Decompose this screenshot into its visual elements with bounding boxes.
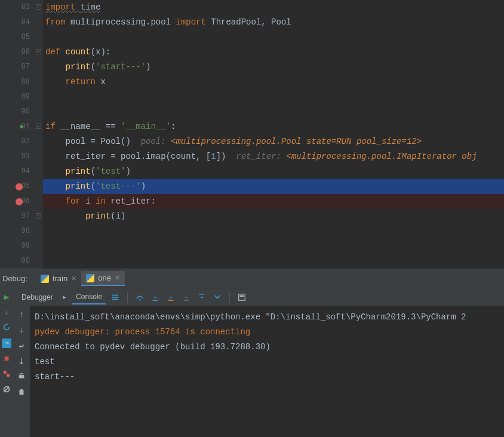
fold-column: −−−− (35, 0, 43, 269)
code-line[interactable]: def count(x): (43, 45, 504, 60)
code-line[interactable]: if __name__ == '__main__': (43, 119, 504, 134)
breakpoint-icon[interactable] (16, 198, 23, 205)
gutter-line[interactable]: 91▶ (0, 119, 35, 134)
drop-frame-icon[interactable] (211, 292, 223, 303)
console-line: pydev debugger: process 15764 is connect… (35, 325, 499, 340)
rerun-icon[interactable]: ▶ (2, 292, 11, 301)
fold-toggle-icon[interactable]: − (36, 213, 41, 219)
tab-console[interactable]: Console (72, 290, 106, 304)
code-line[interactable] (43, 104, 504, 119)
gutter-line[interactable]: 89 (0, 90, 35, 104)
clear-icon[interactable] (17, 387, 26, 397)
code-line[interactable]: print(i) (43, 209, 504, 224)
tab-debugger[interactable]: Debugger (18, 291, 57, 304)
fold-toggle-icon[interactable]: − (36, 49, 41, 54)
debug-sub-tabs: Debugger ▸ Console (13, 288, 504, 306)
step-over-icon[interactable] (134, 292, 146, 303)
code-lines[interactable]: import timefrom multiprocessing.pool imp… (43, 0, 504, 269)
svg-rect-11 (199, 293, 205, 294)
svg-rect-14 (19, 375, 24, 378)
code-line[interactable]: return x (43, 75, 504, 90)
gutter-line[interactable]: 92 (0, 134, 35, 149)
close-icon[interactable]: ✕ (71, 275, 76, 282)
scroll-down-icon[interactable]: ↓ (17, 325, 26, 335)
gutter-line[interactable]: 90 (0, 104, 35, 119)
code-line[interactable]: import time (43, 0, 504, 15)
tab-label: train (53, 274, 67, 283)
code-line[interactable]: ret_iter = pool.imap(count, [1]) ret_ite… (43, 149, 504, 164)
console-line: Connected to pydev debugger (build 193.7… (35, 340, 499, 355)
force-step-into-icon[interactable] (180, 292, 192, 303)
svg-rect-13 (240, 295, 244, 297)
stop-icon[interactable]: ■ (2, 354, 11, 364)
debug-header: Debug: train✕one✕ (0, 269, 504, 288)
step-into-icon[interactable] (149, 292, 161, 303)
breakpoint-icon[interactable] (16, 183, 23, 190)
code-line[interactable]: for i in ret_iter: (43, 194, 504, 209)
svg-point-7 (139, 299, 141, 301)
debug-label: Debug: (2, 274, 31, 283)
gutter: 838485868788899091▶929394959697989900 (0, 0, 35, 269)
console-line: D:\install_soft\anaconda\envs\simp\pytho… (35, 310, 499, 325)
step-down-icon[interactable]: ↓ (2, 307, 11, 317)
debug-left-toolbar: ▶ ↓ ⇥ ■ (0, 288, 13, 437)
tab-label: one (98, 273, 111, 282)
step-into-my-icon[interactable] (165, 292, 177, 303)
scroll-up-icon[interactable]: ↑ (17, 310, 26, 319)
gutter-line[interactable]: 95 (0, 179, 35, 194)
print-icon[interactable] (17, 372, 26, 381)
svg-rect-6 (112, 298, 119, 300)
gutter-line[interactable]: 85 (0, 30, 35, 45)
svg-point-1 (7, 374, 10, 377)
fold-toggle-icon[interactable]: − (36, 4, 41, 10)
svg-rect-9 (168, 300, 174, 301)
code-line[interactable] (43, 224, 504, 239)
python-file-icon (86, 274, 94, 282)
code-line[interactable]: from multiprocessing.pool import ThreadP… (43, 15, 504, 30)
svg-rect-5 (112, 297, 119, 298)
step-out-icon[interactable] (196, 292, 208, 303)
gutter-line[interactable]: 87 (0, 60, 35, 75)
code-line[interactable] (43, 254, 504, 269)
mute-breakpoints-icon[interactable] (2, 385, 11, 395)
console-left-toolbar: ↑ ↓ ↩ ⤓ (13, 306, 30, 437)
code-editor[interactable]: 838485868788899091▶929394959697989900 −−… (0, 0, 504, 269)
gutter-line[interactable]: 99 (0, 239, 35, 254)
run-gutter-icon[interactable]: ▶ (20, 119, 24, 134)
gutter-line[interactable]: 94 (0, 164, 35, 179)
code-line[interactable]: print('test---') (43, 179, 504, 194)
code-line[interactable]: pool = Pool() pool: <multiprocessing.poo… (43, 134, 504, 149)
view-breakpoints-icon[interactable] (2, 370, 11, 379)
soft-wrap-icon[interactable]: ↩ (17, 341, 26, 350)
console-output[interactable]: D:\install_soft\anaconda\envs\simp\pytho… (30, 306, 504, 437)
console-play-icon[interactable]: ▸ (60, 291, 69, 303)
gutter-line[interactable]: 86 (0, 45, 35, 60)
svg-rect-15 (20, 374, 23, 376)
svg-rect-12 (239, 294, 245, 300)
code-line[interactable] (43, 30, 504, 45)
code-line[interactable] (43, 90, 504, 104)
evaluate-icon[interactable] (236, 292, 248, 303)
debug-tab-train[interactable]: train✕ (36, 271, 81, 286)
console-line: start--- (35, 370, 499, 384)
gutter-line[interactable]: 97 (0, 209, 35, 224)
fold-toggle-icon[interactable]: − (36, 124, 41, 129)
gutter-line[interactable]: 88 (0, 75, 35, 90)
restart-icon[interactable] (2, 323, 11, 333)
gutter-line[interactable]: 98 (0, 224, 35, 239)
svg-point-0 (4, 371, 7, 374)
scroll-to-end-icon[interactable]: ⤓ (17, 356, 26, 366)
threads-icon[interactable] (109, 292, 121, 303)
close-icon[interactable]: ✕ (115, 274, 120, 282)
gutter-line[interactable]: 83 (0, 0, 35, 15)
code-line[interactable]: print('test') (43, 164, 504, 179)
code-line[interactable]: print('start---') (43, 60, 504, 75)
code-line[interactable] (43, 239, 504, 254)
gutter-line[interactable]: 00 (0, 254, 35, 269)
debug-tab-one[interactable]: one✕ (81, 271, 125, 286)
gutter-line[interactable]: 96 (0, 194, 35, 209)
gutter-line[interactable]: 93 (0, 149, 35, 164)
svg-rect-4 (112, 294, 119, 296)
gutter-line[interactable]: 84 (0, 15, 35, 30)
run-to-cursor-icon[interactable]: ⇥ (2, 338, 11, 348)
